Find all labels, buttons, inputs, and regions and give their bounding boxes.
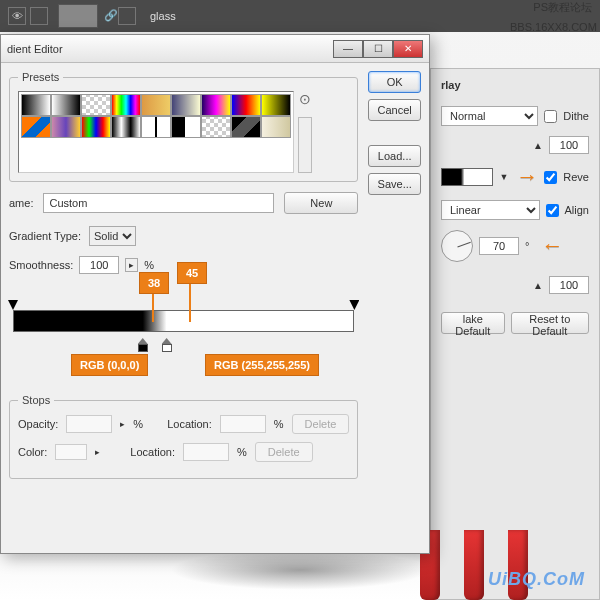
visibility-toggle-2[interactable] — [30, 7, 48, 25]
presets-grid[interactable] — [18, 91, 294, 173]
load-button[interactable]: Load... — [368, 145, 421, 167]
blend-mode-select[interactable]: Normal — [441, 106, 538, 126]
smoothness-input[interactable] — [79, 256, 119, 274]
preset-menu-icon[interactable]: ⊙ — [299, 91, 311, 107]
layer-style-panel: rlay Normal Dithe ▲ ▼ → Reve Linear Alig… — [430, 68, 600, 600]
layer-box[interactable] — [118, 7, 136, 25]
annotation-tag: RGB (0,0,0) — [71, 354, 148, 376]
preset-swatch[interactable] — [231, 94, 261, 116]
color-label: Color: — [18, 446, 47, 458]
annotation-tag: RGB (255,255,255) — [205, 354, 319, 376]
dialog-titlebar[interactable]: dient Editor — ☐ ✕ — [1, 35, 429, 63]
make-default-button[interactable]: lake Default — [441, 312, 505, 334]
preset-swatch[interactable] — [51, 116, 81, 138]
preset-swatch[interactable] — [231, 116, 261, 138]
gradient-bar[interactable] — [13, 310, 354, 338]
close-button[interactable]: ✕ — [393, 40, 423, 58]
layer-thumbnail[interactable] — [58, 4, 98, 28]
gradient-name-input[interactable] — [43, 193, 274, 213]
reverse-checkbox[interactable] — [544, 171, 557, 184]
preset-swatch[interactable] — [201, 94, 231, 116]
delete-color-stop-button: Delete — [255, 442, 313, 462]
preset-swatch[interactable] — [171, 116, 201, 138]
ok-button[interactable]: OK — [368, 71, 421, 93]
preset-swatch[interactable] — [21, 94, 51, 116]
presets-label: Presets — [18, 71, 63, 83]
dither-checkbox[interactable] — [544, 110, 557, 123]
preset-scrollbar[interactable] — [298, 117, 312, 173]
color-stop[interactable] — [162, 338, 172, 352]
smoothness-flyout[interactable]: ▸ — [125, 258, 138, 272]
preset-swatch[interactable] — [141, 116, 171, 138]
preset-swatch[interactable] — [111, 116, 141, 138]
save-button[interactable]: Save... — [368, 173, 421, 195]
stop-opacity-input — [66, 415, 112, 433]
location-label: Location: — [130, 446, 175, 458]
gradient-editor-dialog: dient Editor — ☐ ✕ Presets ⊙ ame: — [0, 34, 430, 554]
angle-input[interactable] — [479, 237, 519, 255]
arrow-annotation: ← — [541, 233, 563, 259]
gradient-thumb[interactable] — [441, 168, 493, 186]
reset-default-button[interactable]: Reset to Default — [511, 312, 589, 334]
gradient-type-label: Gradient Type: — [9, 230, 81, 242]
style-select[interactable]: Linear — [441, 200, 540, 220]
angle-dial[interactable] — [441, 230, 473, 262]
new-button[interactable]: New — [284, 192, 358, 214]
preset-swatch[interactable] — [21, 116, 51, 138]
preset-swatch[interactable] — [171, 94, 201, 116]
watermark-logo: UiBQ.CoM — [488, 569, 585, 590]
preset-swatch[interactable] — [261, 116, 291, 138]
link-icon: 🔗 — [104, 9, 118, 23]
delete-opacity-stop-button: Delete — [292, 414, 350, 434]
smoothness-label: Smoothness: — [9, 259, 73, 271]
arrow-annotation: → — [516, 164, 538, 190]
gradient-type-select[interactable]: Solid — [89, 226, 136, 246]
opacity-stop[interactable] — [8, 300, 18, 310]
preset-swatch[interactable] — [81, 94, 111, 116]
gradient-strip[interactable] — [13, 310, 354, 332]
cancel-button[interactable]: Cancel — [368, 99, 421, 121]
maximize-button[interactable]: ☐ — [363, 40, 393, 58]
opacity-input[interactable] — [549, 136, 589, 154]
panel-title: rlay — [441, 79, 589, 91]
layers-topbar: 👁 🔗 glass PS教程论坛 BBS.16XX8.COM — [0, 0, 600, 32]
minimize-button[interactable]: — — [333, 40, 363, 58]
stop-color-swatch — [55, 444, 87, 460]
preset-swatch[interactable] — [51, 94, 81, 116]
visibility-toggle[interactable]: 👁 — [8, 7, 26, 25]
stop-location-input — [220, 415, 266, 433]
color-stop[interactable] — [138, 338, 148, 352]
align-checkbox[interactable] — [546, 204, 559, 217]
dialog-title: dient Editor — [7, 43, 63, 55]
preset-swatch[interactable] — [261, 94, 291, 116]
preset-swatch[interactable] — [141, 94, 171, 116]
annotation-tag: 38 — [139, 272, 169, 294]
layer-name[interactable]: glass — [150, 10, 176, 22]
location-label: Location: — [167, 418, 212, 430]
stops-group: Stops Opacity: ▸% Location: % Delete Col… — [9, 394, 358, 479]
stops-label: Stops — [18, 394, 54, 406]
artwork-shadow — [170, 550, 430, 590]
stop-color-location-input — [183, 443, 229, 461]
scale-input[interactable] — [549, 276, 589, 294]
watermark: PS教程论坛 BBS.16XX8.COM — [510, 0, 592, 33]
annotation-tag: 45 — [177, 262, 207, 284]
preset-swatch[interactable] — [81, 116, 111, 138]
preset-swatch[interactable] — [111, 94, 141, 116]
opacity-label: Opacity: — [18, 418, 58, 430]
preset-swatch[interactable] — [201, 116, 231, 138]
presets-group: Presets ⊙ — [9, 71, 358, 182]
name-label: ame: — [9, 197, 33, 209]
opacity-stop[interactable] — [349, 300, 359, 310]
